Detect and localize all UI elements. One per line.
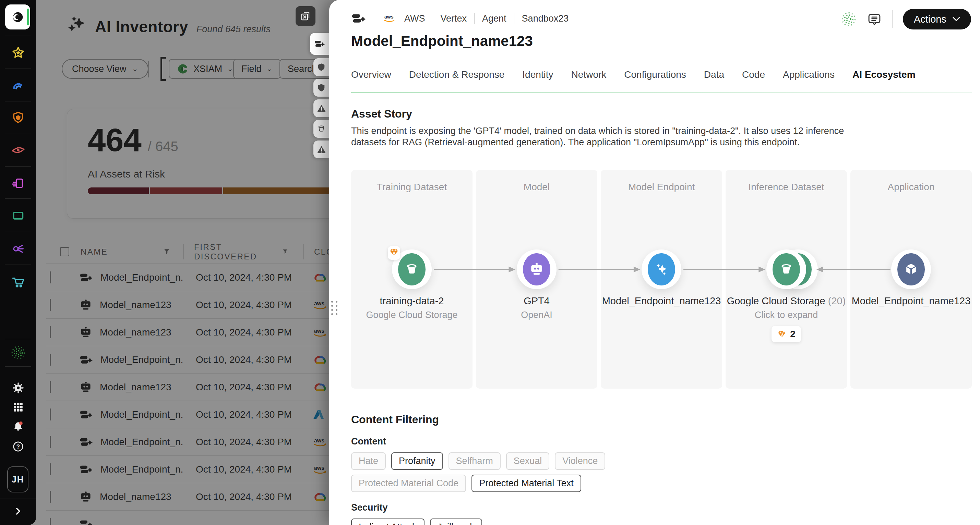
sidebar-item-apps[interactable]	[0, 401, 36, 413]
column-application: Application Model_Endpoint_name123	[850, 170, 972, 389]
sidebar-item-favorites[interactable]	[0, 46, 36, 60]
star-icon	[11, 46, 25, 60]
cube-icon	[903, 262, 919, 277]
avatar[interactable]: JH	[7, 466, 29, 492]
xql-icon	[299, 10, 312, 22]
chip-row: Indirect AttackJailbreak	[351, 519, 966, 525]
node-model[interactable]: GPT4 OpenAI	[476, 249, 597, 320]
node-label[interactable]: training-data-2	[380, 295, 444, 307]
gem-icon	[777, 329, 787, 339]
breadcrumb: aws AWS Vertex Agent Sandbox23	[351, 12, 568, 25]
panel-tab-dataset[interactable]	[313, 120, 329, 138]
chip-violence[interactable]: Violence	[555, 452, 605, 470]
gem-icon	[389, 247, 399, 257]
help-icon: ?	[12, 440, 25, 453]
chip-protected-material-text[interactable]: Protected Material Text	[471, 474, 581, 492]
sidebar-item-protection[interactable]	[0, 111, 36, 125]
chip-hate[interactable]: Hate	[351, 452, 386, 470]
asset-detail-panel: aws AWS Vertex Agent Sandbox23 Actions M…	[329, 0, 980, 525]
sidebar-item-settings[interactable]	[0, 381, 36, 395]
tab-overview[interactable]: Overview	[351, 69, 391, 89]
tab-identity[interactable]: Identity	[522, 69, 553, 89]
robot-icon	[529, 262, 544, 277]
svg-text:?: ?	[16, 443, 19, 450]
breadcrumb-tenant[interactable]: Sandbox23	[522, 13, 569, 24]
sidebar-item-insights[interactable]	[0, 79, 36, 92]
sidebar-item-copilot[interactable]	[0, 345, 36, 360]
panel-tabs: OverviewDetection & ResponseIdentityNetw…	[351, 69, 916, 89]
node-training-dataset[interactable]: training-data-2 Google Cloud Storage	[351, 249, 473, 320]
chip-group-label-content: Content	[351, 436, 966, 447]
chip-jailbreak[interactable]: Jailbreak	[430, 519, 482, 525]
panel-tab-alert[interactable]	[313, 99, 329, 117]
aws-logo-icon: aws	[382, 13, 397, 24]
node-model-endpoint[interactable]: Model_Endpoint_name123	[601, 249, 722, 307]
bell-icon	[12, 420, 25, 433]
sidebar-item-help[interactable]: ?	[0, 440, 36, 453]
chip-row: HateProfanitySelfharmSexualViolence	[351, 452, 966, 470]
panel-resize-handle[interactable]	[331, 301, 338, 315]
panel-tab-alert[interactable]	[313, 141, 329, 158]
chip-sexual[interactable]: Sexual	[506, 452, 550, 470]
sidebar-item-home[interactable]	[5, 5, 30, 30]
ai-copilot-spiral-icon[interactable]	[841, 11, 857, 27]
tab-data[interactable]: Data	[704, 69, 724, 89]
chip-profanity[interactable]: Profanity	[391, 452, 443, 470]
tab-ai-ecosystem[interactable]: AI Ecosystem	[853, 69, 916, 89]
click-to-expand-hint[interactable]: Click to expand	[755, 310, 818, 320]
sidebar-expand-button[interactable]	[0, 505, 36, 517]
node-label[interactable]: GPT4	[523, 295, 550, 307]
tab-detection-response[interactable]: Detection & Response	[409, 69, 505, 89]
share-icon	[11, 242, 25, 255]
breadcrumb-category[interactable]: Agent	[482, 13, 506, 24]
content-filtering-groups: ContentHateProfanitySelfharmSexualViolen…	[351, 436, 966, 525]
sidebar-item-notifications[interactable]	[0, 420, 36, 433]
node-label[interactable]: Model_Endpoint_name123	[602, 295, 721, 307]
column-model: Model GPT4 OpenAI	[476, 170, 597, 389]
chevron-down-icon	[953, 17, 960, 22]
chip-protected-material-code[interactable]: Protected Material Code	[351, 474, 466, 492]
tab-configurations[interactable]: Configurations	[624, 69, 686, 89]
eye-icon	[11, 144, 25, 156]
tab-network[interactable]: Network	[571, 69, 606, 89]
column-training-dataset: Training Dataset	[351, 170, 473, 389]
monitor-icon	[11, 209, 25, 223]
asset-story-heading: Asset Story	[351, 108, 412, 120]
panel-tab-shield[interactable]	[313, 79, 329, 97]
node-label[interactable]: Model_Endpoint_name123	[852, 295, 971, 307]
sidebar-item-endpoints[interactable]	[0, 209, 36, 223]
node-count: (20)	[828, 295, 846, 306]
column-model-endpoint: Model Endpoint Model_Endpoint_name123	[601, 170, 722, 389]
chip-group-label-security: Security	[351, 503, 966, 513]
node-application[interactable]: Model_Endpoint_name123	[850, 249, 972, 307]
node-sublabel: Google Cloud Storage	[366, 310, 457, 320]
sidebar-item-automation[interactable]	[0, 242, 36, 255]
tab-code[interactable]: Code	[742, 69, 765, 89]
risk-gem-badge	[388, 246, 400, 260]
panel-tab-endpoint-active[interactable]	[310, 33, 329, 55]
shield-icon	[11, 111, 25, 125]
actions-button[interactable]: Actions	[903, 9, 971, 30]
node-label[interactable]: Google Cloud Storage (20)	[727, 295, 846, 307]
sidebar-item-reports[interactable]	[0, 177, 36, 190]
chip-indirect-attack[interactable]: Indirect Attack	[351, 519, 425, 525]
chip-row: Protected Material CodeProtected Materia…	[351, 474, 966, 492]
tab-applications[interactable]: Applications	[783, 69, 835, 89]
notification-dot	[19, 422, 22, 425]
model-endpoint-icon	[351, 12, 366, 25]
risk-count-badge[interactable]: 2	[772, 326, 801, 343]
node-sublabel: OpenAI	[521, 310, 552, 320]
sidebar-item-threat-intel[interactable]	[0, 144, 36, 156]
chip-selfharm[interactable]: Selfharm	[449, 452, 501, 470]
breadcrumb-platform[interactable]: Vertex	[441, 13, 467, 24]
breadcrumb-provider[interactable]: AWS	[404, 13, 425, 24]
ai-copilot-spiral-icon	[11, 345, 26, 360]
document-icon	[11, 177, 25, 190]
comment-icon[interactable]	[867, 12, 882, 27]
grid-icon	[12, 401, 24, 413]
xql-search-button[interactable]	[296, 6, 315, 26]
panel-tab-shield[interactable]	[313, 58, 329, 76]
node-inference-dataset[interactable]: Google Cloud Storage (20) Click to expan…	[725, 249, 847, 343]
content-filtering-section: Content Filtering ContentHateProfanitySe…	[351, 413, 966, 525]
sidebar-item-marketplace[interactable]	[0, 276, 36, 289]
